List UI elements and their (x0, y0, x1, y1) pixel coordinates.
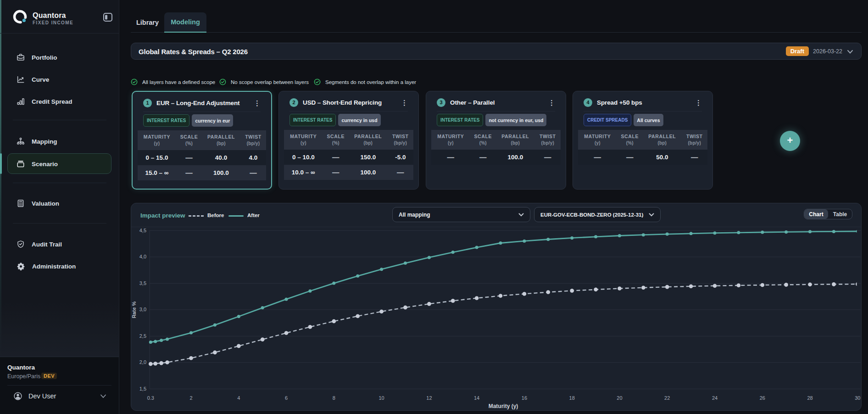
svg-text:12: 12 (426, 395, 432, 401)
svg-text:3,0: 3,0 (139, 307, 146, 312)
svg-text:4,0: 4,0 (139, 254, 146, 259)
svg-text:2: 2 (189, 395, 192, 401)
svg-text:2,5: 2,5 (139, 333, 146, 339)
svg-text:Maturity (y): Maturity (y) (489, 403, 518, 409)
svg-text:1,5: 1,5 (139, 386, 146, 392)
svg-text:30: 30 (855, 395, 860, 401)
svg-text:6: 6 (285, 395, 288, 401)
svg-text:2,0: 2,0 (139, 359, 146, 365)
svg-text:18: 18 (569, 395, 575, 401)
svg-text:Rate %: Rate % (131, 301, 137, 318)
svg-text:24: 24 (712, 395, 718, 401)
svg-text:4: 4 (237, 395, 240, 401)
svg-text:8: 8 (333, 395, 335, 401)
svg-text:26: 26 (760, 395, 765, 401)
svg-text:14: 14 (474, 395, 479, 401)
svg-text:16: 16 (522, 395, 527, 401)
svg-text:4,5: 4,5 (139, 228, 146, 233)
svg-text:10: 10 (378, 395, 384, 401)
svg-text:28: 28 (807, 395, 812, 401)
svg-text:0.3: 0.3 (147, 395, 154, 401)
svg-text:22: 22 (664, 395, 670, 401)
svg-text:3,5: 3,5 (139, 280, 146, 286)
svg-text:20: 20 (617, 395, 622, 401)
